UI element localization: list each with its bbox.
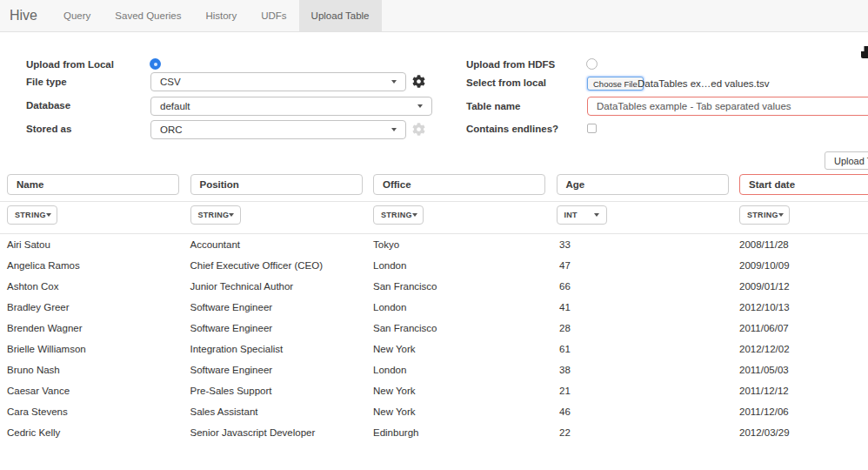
table-name-input[interactable]: DataTables example - Tab separated value…: [587, 97, 868, 116]
nav-tabs: QuerySaved QueriesHistoryUDFsUpload Tabl…: [51, 0, 382, 31]
chevron-down-icon: [417, 104, 423, 108]
table-row: Brenden WagnerSoftware EngineerSan Franc…: [0, 318, 868, 339]
upload-from-hdfs-radio[interactable]: [586, 58, 598, 70]
table-cell: Ashton Cox: [7, 276, 58, 297]
table-cell: New York: [373, 380, 416, 401]
tab-history[interactable]: History: [193, 0, 249, 31]
table-cell: Software Engineer: [190, 359, 273, 380]
table-cell: New York: [373, 401, 416, 422]
table-row: Bradley GreerSoftware EngineerLondon4120…: [0, 297, 868, 318]
choose-file-button[interactable]: Choose File: [587, 77, 644, 91]
column-type-select-office[interactable]: STRING: [373, 205, 424, 225]
table-cell: Software Engineer: [190, 318, 273, 339]
select-from-local-label: Select from local: [466, 77, 546, 88]
top-nav: Hive QuerySaved QueriesHistoryUDFsUpload…: [0, 0, 868, 32]
column-name-input-position[interactable]: Position: [190, 174, 363, 195]
table-row: Ashton CoxJunior Technical AuthorSan Fra…: [0, 276, 868, 297]
table-cell: Tokyo: [373, 234, 399, 255]
chevron-down-icon: [778, 213, 784, 217]
table-cell: Brielle Williamson: [7, 339, 86, 359]
table-cell: Bradley Greer: [7, 297, 70, 318]
column-name-input-name[interactable]: Name: [7, 174, 179, 195]
table-cell: Angelica Ramos: [7, 255, 80, 276]
tab-saved-queries[interactable]: Saved Queries: [103, 0, 193, 31]
app-logo[interactable]: Hive: [0, 0, 51, 31]
contains-endlines-label: Contains endlines?: [466, 124, 558, 134]
database-label: Database: [26, 100, 70, 111]
tab-query[interactable]: Query: [51, 0, 103, 31]
stored-as-label: Stored as: [26, 124, 71, 134]
contains-endlines-checkbox[interactable]: [587, 124, 597, 133]
table-cell: 28: [559, 318, 571, 339]
table-cell: Cara Stevens: [7, 401, 68, 422]
table-cell: San Francisco: [373, 318, 437, 339]
table-cell: Software Engineer: [190, 297, 273, 318]
edge-clipped-icon: [861, 46, 868, 58]
table-cell: 2009/10/09: [739, 255, 790, 276]
stored-as-select[interactable]: ORC: [150, 120, 406, 139]
table-cell: London: [373, 359, 406, 380]
table-cell: New York: [373, 339, 416, 359]
table-cell: Sales Assistant: [190, 401, 258, 422]
database-select[interactable]: default: [150, 97, 432, 116]
chevron-down-icon: [46, 213, 51, 217]
table-name-value: DataTables example - Tab separated value…: [597, 101, 791, 111]
tab-udfs[interactable]: UDFs: [249, 0, 298, 31]
column-type-value: STRING: [381, 211, 412, 219]
divider: [0, 201, 868, 202]
table-cell: 2012/03/29: [739, 422, 790, 443]
table-cell: 2011/12/06: [739, 401, 789, 422]
table-row: Cara StevensSales AssistantNew York46201…: [0, 401, 868, 422]
table-cell: 46: [559, 401, 571, 422]
table-cell: Pre-Sales Support: [190, 380, 272, 401]
chevron-down-icon: [229, 213, 234, 217]
file-type-label: File type: [26, 77, 67, 87]
stored-as-settings-gear-icon: [412, 123, 425, 136]
column-type-value: STRING: [747, 211, 778, 219]
selected-filename: DataTables ex…ed values.tsv: [638, 78, 770, 89]
table-cell: 2011/06/07: [739, 318, 789, 339]
column-type-select-position[interactable]: STRING: [190, 205, 241, 225]
column-type-value: STRING: [198, 211, 230, 219]
table-cell: Airi Satou: [7, 234, 50, 255]
table-cell: Senior Javascript Developer: [190, 422, 316, 443]
column-name-input-start-date[interactable]: Start date: [739, 174, 868, 195]
column-type-select-age[interactable]: INT: [557, 205, 607, 225]
chevron-down-icon: [594, 213, 599, 217]
column-type-select-start-date[interactable]: STRING: [739, 205, 790, 225]
column-name-input-age[interactable]: Age: [557, 174, 729, 195]
chevron-down-icon: [391, 80, 397, 84]
table-cell: Integration Specialist: [190, 339, 284, 359]
upload-from-hdfs-label: Upload from HDFS: [466, 59, 555, 70]
file-type-settings-gear-icon[interactable]: [412, 75, 425, 88]
table-cell: 38: [559, 359, 571, 380]
table-cell: 2012/10/13: [739, 297, 790, 318]
file-type-value: CSV: [160, 77, 181, 87]
chevron-down-icon: [391, 128, 397, 131]
table-cell: 2011/05/03: [739, 359, 789, 380]
tab-upload-table[interactable]: Upload Table: [299, 0, 382, 31]
table-row: Airi SatouAccountantTokyo332008/11/28: [0, 234, 868, 255]
column-type-value: STRING: [15, 211, 46, 219]
upload-from-local-label: Upload from Local: [26, 59, 114, 70]
column-type-select-name[interactable]: STRING: [7, 205, 57, 225]
table-cell: Accountant: [190, 234, 241, 255]
table-cell: 47: [559, 255, 571, 276]
table-cell: 2012/12/02: [739, 339, 790, 359]
table-cell: Bruno Nash: [7, 359, 60, 380]
table-cell: 2011/12/12: [739, 380, 789, 401]
upload-from-local-radio[interactable]: [150, 58, 161, 70]
table-row: Cedric KellySenior Javascript DeveloperE…: [0, 422, 868, 443]
file-type-select[interactable]: CSV: [150, 72, 406, 91]
table-cell: Caesar Vance: [7, 380, 70, 401]
table-cell: 61: [559, 339, 571, 359]
table-cell: 21: [559, 380, 571, 401]
upload-table-button[interactable]: Upload Table: [825, 151, 868, 170]
table-cell: London: [373, 297, 406, 318]
column-type-value: INT: [564, 211, 578, 219]
column-name-input-office[interactable]: Office: [373, 174, 545, 195]
table-row: Angelica RamosChief Executive Officer (C…: [0, 255, 868, 276]
table-cell: London: [373, 255, 406, 276]
table-cell: Edinburgh: [373, 422, 418, 443]
table-cell: 41: [559, 297, 571, 318]
